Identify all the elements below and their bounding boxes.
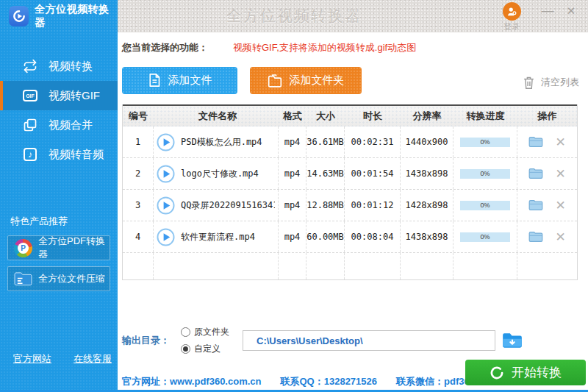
promo-label: 全方位文件压缩	[38, 272, 105, 285]
folder-plus-icon	[268, 74, 282, 88]
play-icon[interactable]	[157, 196, 175, 215]
footer-wechat: 联系微信：pdf360	[396, 375, 475, 388]
row-operations: ✕	[517, 221, 577, 252]
add-folder-button[interactable]: 添加文件夹	[250, 67, 362, 94]
file-name: PSD模板怎么用.mp4	[181, 136, 262, 149]
sidebar-item-video-to-audio[interactable]: ♪ 视频转音频	[0, 140, 118, 169]
row-operations: ✕	[517, 126, 577, 157]
file-duration: 00:01:54	[345, 158, 401, 189]
row-operations: ✕	[517, 158, 577, 189]
app-logo: 全方位视频转换器	[0, 0, 118, 32]
file-format: mp4	[279, 221, 306, 252]
col-header-duration: 时长	[345, 106, 401, 126]
play-icon[interactable]	[157, 228, 175, 246]
login-button[interactable]: 登录	[495, 2, 528, 32]
progress-cell: 0%	[453, 190, 517, 221]
browse-folder-button[interactable]	[501, 331, 523, 350]
open-folder-icon[interactable]	[528, 199, 543, 211]
row-name-cell: PSD模板怎么用.mp4	[154, 126, 279, 157]
table-row: 1 PSD模板怎么用.mp4 mp4 36.61MB 00:02:31 1440…	[123, 126, 577, 158]
table-row: 2 logo尺寸修改.mp4 mp4 14.63MB 00:01:54 1438…	[123, 158, 577, 190]
radio-custom-folder[interactable]: 自定义	[181, 343, 243, 355]
play-icon[interactable]	[157, 133, 175, 152]
output-directory-section: 输出目录： 原文件夹 自定义	[122, 326, 523, 355]
sidebar-links: 官方网站 在线客服	[13, 352, 112, 366]
file-size: 14.63MB	[306, 158, 345, 189]
footer-qq: 联系QQ：1328271526	[281, 375, 378, 388]
table-row: 4 软件更新流程.mp4 mp4 60.00MB 00:08:04 1438x8…	[123, 221, 577, 253]
output-mode-radios: 原文件夹 自定义	[181, 326, 243, 355]
file-name: 软件更新流程.mp4	[181, 231, 255, 243]
file-duration: 00:02:31	[345, 126, 401, 157]
refresh-icon	[490, 366, 504, 380]
sidebar-item-label: 视频转换	[49, 60, 93, 74]
add-file-button[interactable]: 添加文件	[122, 67, 237, 94]
compress-folder-icon	[14, 271, 32, 287]
remove-file-icon[interactable]: ✕	[555, 135, 565, 150]
open-folder-icon[interactable]	[528, 136, 543, 148]
file-table: 编号 文件名称 格式 大小 时长 分辨率 转换进度 操作 1 PSD模板怎么用.…	[122, 104, 578, 280]
col-header-format: 格式	[279, 106, 306, 126]
sidebar-item-label: 视频转音频	[49, 148, 104, 162]
file-size: 36.61MB	[306, 126, 345, 157]
table-row: 3 QQ录屏20220915163414.mp4 mp4 12.88MB 00:…	[123, 190, 577, 221]
contact-footer: 官方网址：www.pdf360.com.cn 联系QQ：1328271526 联…	[122, 375, 475, 388]
col-header-ops: 操作	[517, 106, 577, 126]
file-size: 60.00MB	[306, 221, 345, 252]
file-format: mp4	[279, 190, 306, 221]
window-title: 全方位视频转换器	[118, 6, 470, 26]
merge-icon	[22, 117, 38, 133]
open-folder-icon[interactable]	[528, 168, 543, 179]
close-button[interactable]: ✕	[562, 3, 581, 19]
progress-label: 0%	[460, 169, 510, 179]
radio-icon-unchecked[interactable]	[181, 327, 190, 337]
promo-label: 全方位PDF转换器	[38, 235, 110, 261]
progress-cell: 0%	[453, 158, 517, 189]
hint-message: 视频转GIF,支持将添加的视频转成.gif动态图	[233, 41, 416, 54]
app-window: 全方位视频转换器 全方位视频转换器 登录 — ✕ 视频转换 GIF 视	[0, 0, 588, 392]
remove-file-icon[interactable]: ✕	[555, 166, 565, 182]
sidebar-item-video-merge[interactable]: 视频合并	[0, 110, 118, 140]
user-icon	[503, 2, 521, 21]
start-convert-button[interactable]: 开始转换	[465, 360, 586, 385]
main-panel: 您当前选择的功能： 视频转GIF,支持将添加的视频转成.gif动态图 添加文件 …	[118, 32, 588, 392]
clear-list-button[interactable]: 清空列表	[523, 76, 579, 90]
row-no: 3	[123, 190, 154, 221]
toolbar: 添加文件 添加文件夹 清空列表	[122, 66, 579, 94]
official-site-link[interactable]: 官方网站	[13, 352, 51, 366]
progress-bar: 0%	[460, 169, 510, 179]
music-note-icon: ♪	[22, 146, 38, 163]
col-header-no: 编号	[123, 106, 154, 126]
col-header-name: 文件名称	[154, 106, 279, 126]
radio-icon-checked[interactable]	[181, 344, 190, 354]
footer-website: 官方网址：www.pdf360.com.cn	[122, 375, 262, 388]
online-support-link[interactable]: 在线客服	[74, 352, 112, 366]
sidebar-item-video-to-gif[interactable]: GIF 视频转GIF	[0, 81, 118, 110]
promo-section-title: 特色产品推荐	[10, 215, 118, 228]
radio-original-folder[interactable]: 原文件夹	[181, 326, 243, 338]
output-path-input[interactable]	[243, 330, 495, 351]
remove-file-icon[interactable]: ✕	[555, 229, 565, 245]
play-icon[interactable]	[157, 165, 175, 183]
sidebar-menu: 视频转换 GIF 视频转GIF 视频合并 ♪ 视频转音频	[0, 51, 118, 169]
hint-prefix: 您当前选择的功能：	[122, 41, 208, 54]
minimize-button[interactable]: —	[538, 3, 557, 19]
gif-icon: GIF	[22, 88, 38, 104]
open-folder-icon[interactable]	[528, 231, 543, 243]
progress-bar: 0%	[460, 232, 510, 242]
file-size: 12.88MB	[306, 190, 345, 221]
file-name: logo尺寸修改.mp4	[181, 168, 259, 180]
file-resolution: 1438x898	[401, 221, 453, 252]
sidebar: 视频转换 GIF 视频转GIF 视频合并 ♪ 视频转音频 特色产	[0, 32, 118, 392]
promo-file-compressor[interactable]: 全方位文件压缩	[7, 266, 110, 291]
col-header-resolution: 分辨率	[401, 106, 453, 126]
file-name: QQ录屏20220915163414.mp4	[181, 199, 275, 212]
remove-file-icon[interactable]: ✕	[555, 198, 565, 213]
row-name-cell: logo尺寸修改.mp4	[154, 158, 279, 189]
progress-label: 0%	[460, 232, 510, 242]
file-duration: 00:08:04	[345, 221, 401, 252]
col-header-progress: 转换进度	[453, 106, 517, 126]
promo-pdf-converter[interactable]: P 全方位PDF转换器	[7, 235, 110, 260]
sidebar-item-video-convert[interactable]: 视频转换	[0, 51, 118, 81]
file-format: mp4	[279, 126, 306, 157]
